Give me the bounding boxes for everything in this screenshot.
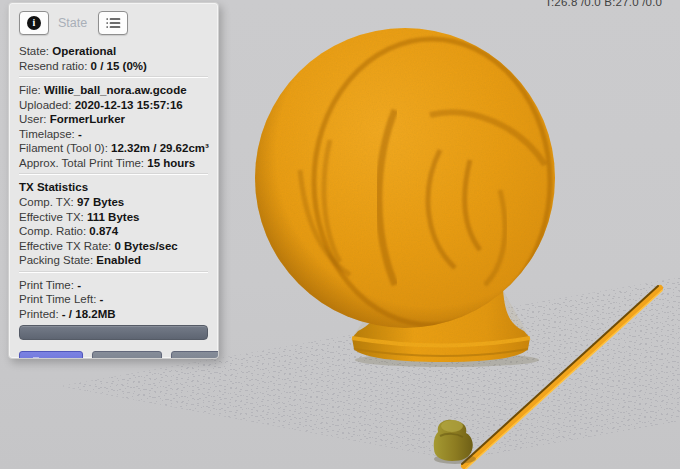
state-panel: i State State: Operational Resend ratio:… [8,2,219,359]
effective-tx-label: Effective TX: [19,211,84,223]
job-buttons: Print Pause Cancel [19,351,208,359]
resend-ratio-label: Resend ratio: [19,60,87,72]
packing-state-label: Packing State: [19,254,93,266]
timelapse-label: Timelapse: [19,128,75,140]
filament-label: Filament (Tool 0): [19,142,108,154]
print-time-left-label: Print Time Left: [19,293,96,305]
panel-title: State [58,16,87,30]
file-row: File: Willie_ball_nora.aw.gcode [19,83,208,98]
pause-icon [103,358,112,360]
comp-tx-row: Comp. TX: 97 Bytes [19,195,208,210]
divider [19,77,208,78]
state-label: State: [19,45,49,57]
resend-ratio-row: Resend ratio: 0 / 15 (0%) [19,59,208,74]
info-button[interactable]: i [19,11,49,35]
printed-row: Printed: - / 18.2MB [19,307,208,322]
pause-button[interactable]: Pause [92,351,162,359]
divider [19,174,208,175]
timelapse-row: Timelapse: - [19,127,208,142]
print-time-estimate-label: Approx. Total Print Time: [19,157,144,169]
comp-ratio-value: 0.874 [89,225,118,237]
effective-tx-row: Effective TX: 111 Bytes [19,210,208,225]
tx-statistics-heading: TX Statistics [19,180,208,195]
comp-tx-value: 97 Bytes [77,196,124,208]
pause-button-label: Pause [117,356,151,359]
print-time-estimate-value: 15 hours [147,157,195,169]
print-button[interactable]: Print [19,351,83,359]
uploaded-row: Uploaded: 2020-12-13 15:57:16 [19,98,208,113]
printed-label: Printed: [19,308,59,320]
printer-icon [30,357,42,359]
file-value: Willie_ball_nora.aw.gcode [44,84,187,96]
printed-value: - / 18.2MB [62,308,116,320]
print-progress-bar [19,325,208,340]
temperature-readout: T:26.8 /0.0 B:27.0 /0.0 [545,0,662,8]
list-button[interactable] [98,11,128,35]
uploaded-value: 2020-12-13 15:57:16 [75,99,183,111]
packing-state-value: Enabled [96,254,141,266]
state-panel-header: i State [19,11,208,35]
resend-ratio-value: 0 / 15 (0%) [91,60,147,72]
print-time-row: Print Time: - [19,278,208,293]
effective-tx-rate-value: 0 Bytes/sec [114,240,177,252]
comp-ratio-label: Comp. Ratio: [19,225,86,237]
list-icon [106,17,121,29]
print-time-estimate-row: Approx. Total Print Time: 15 hours [19,156,208,171]
state-value: Operational [52,45,116,57]
divider [19,272,208,273]
model-sphere [255,28,555,362]
cancel-button-label: Cancel [197,356,219,359]
stop-icon [182,358,192,359]
user-row: User: FormerLurker [19,112,208,127]
state-row: State: Operational [19,44,208,59]
octoprint-window: T:26.8 /0.0 B:27.0 /0.0 i State State: O… [0,0,680,469]
info-icon: i [27,16,41,30]
cancel-button[interactable]: Cancel [171,351,219,359]
effective-tx-rate-label: Effective TX Rate: [19,240,111,252]
print-time-label: Print Time: [19,279,74,291]
uploaded-label: Uploaded: [19,99,71,111]
filament-value: 12.32m / 29.62cm³ [111,142,209,154]
packing-state-row: Packing State: Enabled [19,253,208,268]
print-time-left-value: - [100,293,104,305]
print-button-label: Print [47,356,72,359]
effective-tx-value: 111 Bytes [87,211,139,223]
print-time-left-row: Print Time Left: - [19,292,208,307]
user-value: FormerLurker [50,113,125,125]
filament-row: Filament (Tool 0): 12.32m / 29.62cm³ [19,141,208,156]
comp-tx-label: Comp. TX: [19,196,74,208]
effective-tx-rate-row: Effective TX Rate: 0 Bytes/sec [19,239,208,254]
timelapse-value: - [78,128,82,140]
user-label: User: [19,113,46,125]
prime-tower [434,420,476,464]
comp-ratio-row: Comp. Ratio: 0.874 [19,224,208,239]
print-time-value: - [77,279,81,291]
file-label: File: [19,84,41,96]
